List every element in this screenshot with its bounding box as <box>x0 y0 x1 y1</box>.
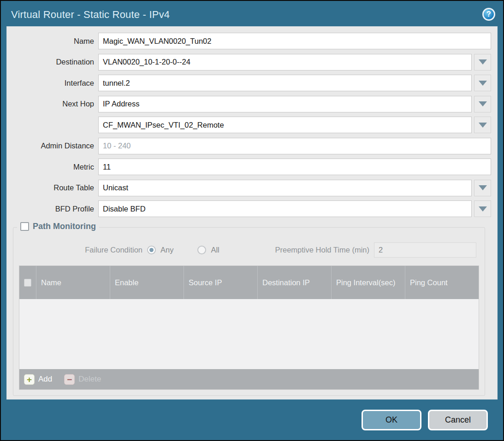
plus-icon: + <box>24 374 35 385</box>
any-radio <box>147 246 156 254</box>
bfd-profile-row: BFD Profile <box>7 200 491 217</box>
ok-button[interactable]: OK <box>362 410 421 430</box>
failure-condition-any-option: Any <box>147 246 173 254</box>
chevron-down-icon <box>479 123 487 128</box>
bfd-profile-dropdown-button[interactable] <box>474 200 491 217</box>
chevron-down-icon <box>479 81 487 86</box>
bfd-profile-label: BFD Profile <box>7 205 98 213</box>
column-header-enable: Enable <box>110 266 184 299</box>
route-table-dropdown-button[interactable] <box>474 180 491 196</box>
route-table-label: Route Table <box>7 183 98 192</box>
cancel-button[interactable]: Cancel <box>428 410 488 430</box>
delete-button: − Delete <box>64 374 101 385</box>
interface-dropdown-button[interactable] <box>474 75 491 91</box>
add-button-label: Add <box>38 375 52 384</box>
minus-icon: − <box>64 374 75 385</box>
next-hop-type-dropdown-button[interactable] <box>474 96 491 112</box>
route-table-input[interactable] <box>98 180 472 196</box>
destination-row: Destination <box>7 54 491 71</box>
path-monitoring-title: Path Monitoring <box>33 222 96 231</box>
add-button[interactable]: + Add <box>24 374 52 385</box>
column-header-name: Name <box>36 266 110 299</box>
name-label: Name <box>7 37 98 46</box>
table-header-row: Name Enable Source IP Destination IP Pin… <box>19 266 479 299</box>
dialog-title: Virtual Router - Static Route - IPv4 <box>11 9 170 21</box>
destination-input[interactable] <box>98 54 472 71</box>
next-hop-label: Next Hop <box>7 100 98 108</box>
path-monitoring-legend: Path Monitoring <box>17 222 99 231</box>
select-all-checkbox <box>24 279 31 287</box>
static-route-dialog: Virtual Router - Static Route - IPv4 ? N… <box>0 0 504 441</box>
next-hop-address-row <box>7 117 491 133</box>
admin-distance-input[interactable] <box>98 138 491 154</box>
name-input[interactable] <box>98 33 491 49</box>
next-hop-address-dropdown-button[interactable] <box>474 117 491 133</box>
metric-input[interactable] <box>98 159 491 175</box>
destination-dropdown-button[interactable] <box>474 54 491 71</box>
dialog-body: Name Destination Interface <box>6 26 498 400</box>
path-monitoring-section: Path Monitoring Failure Condition Any Al… <box>13 227 485 396</box>
all-radio-label: All <box>211 246 219 254</box>
path-monitoring-checkbox[interactable] <box>20 222 29 231</box>
help-icon-glyph: ? <box>486 10 491 18</box>
next-hop-row: Next Hop <box>7 96 491 112</box>
dialog-titlebar: Virtual Router - Static Route - IPv4 ? <box>1 1 503 26</box>
metric-label: Metric <box>7 163 98 171</box>
delete-button-label: Delete <box>78 375 101 384</box>
column-header-source-ip: Source IP <box>184 266 257 299</box>
bfd-profile-input[interactable] <box>98 200 472 217</box>
failure-condition-label: Failure Condition <box>19 246 147 254</box>
static-route-form: Name Destination Interface <box>7 33 491 217</box>
next-hop-type-input[interactable] <box>98 96 472 112</box>
preemptive-hold-time-label: Preemptive Hold Time (min) <box>275 246 374 254</box>
failure-condition-all-option: All <box>197 246 219 254</box>
next-hop-address-input[interactable] <box>98 117 472 133</box>
table-toolbar: + Add − Delete <box>19 369 479 389</box>
chevron-down-icon <box>479 185 487 190</box>
admin-distance-row: Admin Distance <box>7 138 491 154</box>
metric-row: Metric <box>7 159 491 175</box>
select-all-cell <box>19 266 36 299</box>
interface-row: Interface <box>7 75 491 91</box>
route-table-row: Route Table <box>7 180 491 196</box>
destination-label: Destination <box>7 58 98 66</box>
all-radio <box>197 246 206 254</box>
chevron-down-icon <box>479 101 487 106</box>
dialog-footer: OK Cancel <box>1 400 503 440</box>
chevron-down-icon <box>479 206 487 212</box>
column-header-ping-count: Ping Count <box>405 266 479 299</box>
column-header-destination-ip: Destination IP <box>257 266 331 299</box>
name-row: Name <box>7 33 491 49</box>
table-body-empty <box>19 299 479 369</box>
path-monitoring-table: Name Enable Source IP Destination IP Pin… <box>19 265 479 390</box>
chevron-down-icon <box>479 59 487 65</box>
preemptive-hold-time-input <box>374 242 476 258</box>
any-radio-label: Any <box>160 246 173 254</box>
failure-condition-row: Failure Condition Any All Preemptive Hol… <box>19 241 479 258</box>
admin-distance-label: Admin Distance <box>7 141 98 150</box>
column-header-ping-interval: Ping Interval(sec) <box>331 266 405 299</box>
interface-label: Interface <box>7 79 98 88</box>
help-icon[interactable]: ? <box>482 8 495 21</box>
interface-input[interactable] <box>98 75 472 91</box>
